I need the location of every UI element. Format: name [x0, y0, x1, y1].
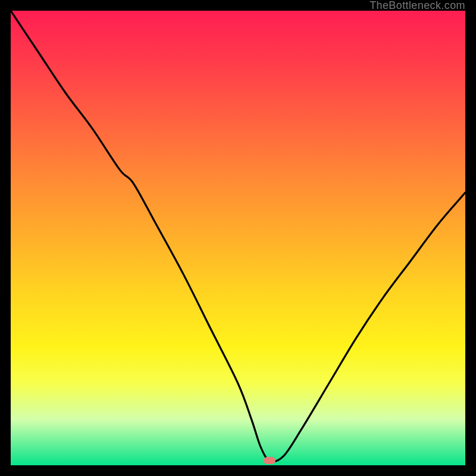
optimum-marker [264, 457, 275, 464]
figure-root: TheBottleneck.com [0, 0, 476, 476]
bottleneck-curve [11, 11, 465, 462]
watermark-label: TheBottleneck.com [369, 0, 465, 12]
plot-area [11, 11, 465, 465]
curve-layer [11, 11, 465, 465]
